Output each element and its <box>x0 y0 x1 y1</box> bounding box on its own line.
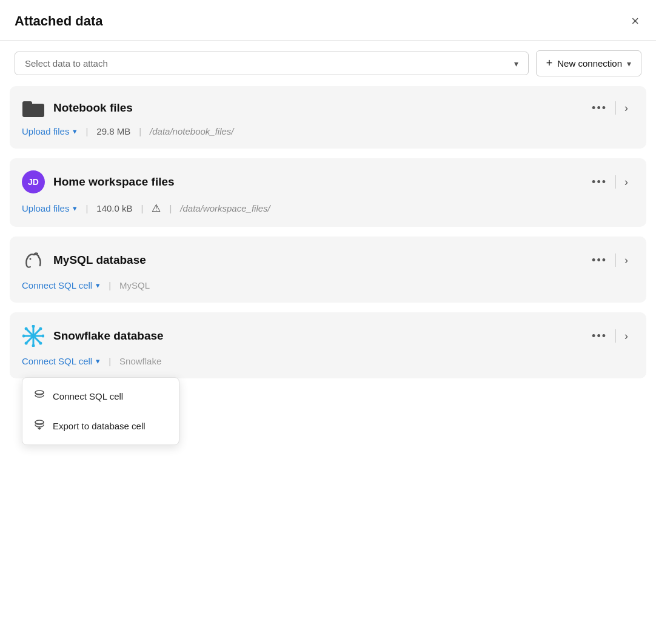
separator: | <box>141 203 144 213</box>
card-footer: Upload files ▾ | 29.8 MB | /data/noteboo… <box>22 126 634 136</box>
home-workspace-title: Home workspace files <box>53 175 175 189</box>
notebook-files-card: Notebook files ••• › Upload files ▾ | 29… <box>10 86 646 149</box>
snowflake-expand-button[interactable]: › <box>618 327 634 345</box>
svg-point-13 <box>39 327 42 330</box>
notebook-file-path: /data/notebook_files/ <box>150 126 233 136</box>
divider <box>615 101 616 115</box>
svg-point-12 <box>39 341 42 344</box>
separator: | <box>139 126 141 136</box>
card-header: JD Home workspace files ••• › <box>22 170 634 193</box>
separator: | <box>109 280 111 290</box>
connect-label: Connect SQL cell <box>22 356 92 366</box>
upload-chevron-icon: ▾ <box>73 204 77 213</box>
mysql-database-card: MySQL database ••• › Connect SQL cell ▾ … <box>10 236 646 303</box>
cards-container: Notebook files ••• › Upload files ▾ | 29… <box>0 86 656 388</box>
connect-chevron-icon: ▾ <box>96 357 100 366</box>
mysql-connect-button[interactable]: Connect SQL cell ▾ <box>22 280 100 290</box>
card-footer: Connect SQL cell ▾ | MySQL <box>22 280 634 290</box>
snowflake-icon <box>22 324 45 347</box>
mysql-expand-button[interactable]: › <box>618 252 634 269</box>
connect-sql-icon <box>33 389 45 404</box>
snowflake-connect-button[interactable]: Connect SQL cell ▾ <box>22 356 100 366</box>
svg-point-2 <box>30 258 32 260</box>
export-db-icon <box>33 418 45 434</box>
divider <box>615 175 616 189</box>
dropdown-connect-label: Connect SQL cell <box>53 391 123 401</box>
notebook-more-button[interactable]: ••• <box>586 99 613 117</box>
connect-label: Connect SQL cell <box>22 280 92 290</box>
modal: Attached data × Select data to attach ▾ … <box>0 0 656 644</box>
close-button[interactable]: × <box>629 12 641 30</box>
new-connection-button[interactable]: + New connection ▾ <box>536 50 641 76</box>
new-connection-chevron-icon: ▾ <box>627 59 631 69</box>
svg-point-7 <box>32 325 35 328</box>
home-workspace-card: JD Home workspace files ••• › Upload fil… <box>10 158 646 227</box>
snowflake-title: Snowflake database <box>53 329 164 343</box>
card-title-group: Notebook files <box>22 98 133 118</box>
separator: | <box>85 126 88 136</box>
divider <box>615 329 616 343</box>
toolbar: Select data to attach ▾ + New connection… <box>0 41 656 86</box>
notebook-upload-button[interactable]: Upload files ▾ <box>22 126 77 136</box>
dropdown-connect-sql-cell[interactable]: Connect SQL cell <box>22 381 179 411</box>
separator: | <box>85 203 88 213</box>
card-actions: ••• › <box>586 173 634 191</box>
card-title-group: JD Home workspace files <box>22 170 175 193</box>
svg-rect-1 <box>22 101 32 106</box>
snowflake-database-card: Snowflake database ••• › Connect SQL cel… <box>10 312 646 378</box>
chevron-right-icon: › <box>624 102 628 114</box>
divider <box>615 253 616 267</box>
upload-chevron-icon: ▾ <box>73 127 77 136</box>
dropdown-export-to-database-cell[interactable]: Export to database cell <box>22 411 179 441</box>
chevron-right-icon: › <box>624 176 628 188</box>
connect-chevron-icon: ▾ <box>96 281 100 290</box>
warning-icon: ⚠ <box>152 202 161 215</box>
mysql-icon <box>22 249 45 272</box>
separator: | <box>109 356 111 366</box>
workspace-upload-button[interactable]: Upload files ▾ <box>22 203 77 213</box>
select-chevron-icon: ▾ <box>514 59 518 69</box>
svg-point-9 <box>22 335 25 338</box>
card-header: Snowflake database ••• › <box>22 324 634 347</box>
select-data-dropdown[interactable]: Select data to attach ▾ <box>15 52 529 75</box>
svg-point-11 <box>25 327 28 330</box>
upload-label: Upload files <box>22 126 69 136</box>
card-header: Notebook files ••• › <box>22 98 634 118</box>
workspace-more-button[interactable]: ••• <box>586 173 613 191</box>
snowflake-dropdown-menu: Connect SQL cell Export to database cell <box>22 377 179 445</box>
mysql-title: MySQL database <box>53 253 146 267</box>
modal-title: Attached data <box>15 13 102 29</box>
select-placeholder: Select data to attach <box>25 58 108 69</box>
notebook-file-size: 29.8 MB <box>96 126 130 136</box>
folder-icon <box>22 98 45 118</box>
workspace-expand-button[interactable]: › <box>618 173 634 191</box>
snowflake-db-type: Snowflake <box>119 356 161 366</box>
workspace-file-path: /data/workspace_files/ <box>180 203 270 213</box>
card-actions: ••• › <box>586 252 634 269</box>
snowflake-more-button[interactable]: ••• <box>586 327 613 345</box>
svg-point-8 <box>32 344 35 347</box>
avatar: JD <box>22 170 45 193</box>
chevron-right-icon: › <box>624 254 628 266</box>
upload-label: Upload files <box>22 203 69 213</box>
mysql-db-type: MySQL <box>119 280 150 290</box>
card-header: MySQL database ••• › <box>22 249 634 272</box>
svg-point-14 <box>25 341 28 344</box>
card-actions: ••• › <box>586 327 634 345</box>
card-actions: ••• › <box>586 99 634 117</box>
chevron-right-icon: › <box>624 330 628 342</box>
new-connection-label: New connection <box>557 58 622 69</box>
svg-point-15 <box>35 391 44 394</box>
card-title-group: Snowflake database <box>22 324 164 347</box>
plus-icon: + <box>546 57 553 70</box>
card-title-group: MySQL database <box>22 249 146 272</box>
separator: | <box>169 203 172 213</box>
svg-point-10 <box>42 335 45 338</box>
dropdown-export-label: Export to database cell <box>53 421 146 431</box>
notebook-files-title: Notebook files <box>53 101 133 115</box>
mysql-more-button[interactable]: ••• <box>586 252 613 269</box>
card-footer: Upload files ▾ | 140.0 kB | ⚠ | /data/wo… <box>22 202 634 215</box>
workspace-file-size: 140.0 kB <box>96 203 132 213</box>
modal-header: Attached data × <box>0 0 656 41</box>
notebook-expand-button[interactable]: › <box>618 99 634 117</box>
